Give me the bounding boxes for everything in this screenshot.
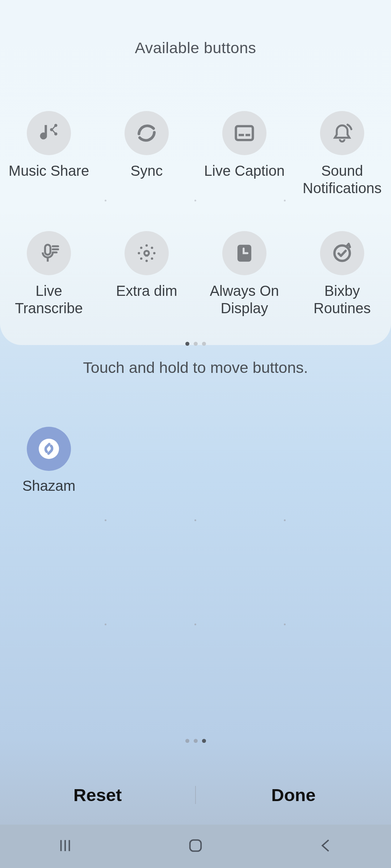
svg-rect-19: [190, 840, 201, 851]
available-pagination[interactable]: [185, 342, 206, 346]
grid-separator-dot: [284, 624, 286, 625]
hint-text: Touch and hold to move buttons.: [0, 359, 391, 376]
tile-live-transcribe[interactable]: Live Transcribe: [0, 231, 98, 317]
sync-icon: [125, 111, 169, 155]
done-button[interactable]: Done: [196, 785, 391, 805]
svg-point-15: [151, 258, 153, 260]
tile-label: Always On Display: [210, 282, 279, 317]
grid-separator-dot: [105, 624, 106, 625]
tile-label: Shazam: [22, 478, 76, 494]
tile-always-on-display[interactable]: Always On Display: [196, 231, 293, 317]
tile-label: Live Transcribe: [15, 282, 83, 317]
empty-slot[interactable]: [98, 427, 196, 494]
navigation-bar: [0, 825, 391, 868]
tile-extra-dim[interactable]: Extra dim: [98, 231, 196, 317]
grid-separator-dot: [194, 200, 196, 201]
recents-button[interactable]: [57, 837, 73, 855]
live-caption-icon: [222, 111, 266, 155]
empty-slot[interactable]: [293, 427, 391, 494]
available-buttons-grid: Music Share Sync Live Caption Sound Noti…: [0, 111, 391, 317]
svg-point-11: [153, 252, 155, 254]
grid-separator-dot: [105, 200, 106, 201]
grid-separator-dot: [284, 519, 286, 521]
extra-dim-icon: [125, 231, 169, 275]
page-dot: [202, 739, 206, 743]
sound-notifications-icon: [320, 111, 364, 155]
panel-title: Available buttons: [135, 39, 256, 57]
music-share-icon: [27, 111, 71, 155]
svg-point-14: [140, 258, 142, 260]
page-dot: [185, 739, 189, 743]
page-dot: [202, 342, 206, 346]
tile-sound-notifications[interactable]: Sound Notifications: [293, 111, 391, 197]
svg-rect-3: [236, 126, 253, 140]
tile-shazam[interactable]: Shazam: [0, 427, 98, 494]
empty-slot[interactable]: [196, 427, 293, 494]
grid-separator-dot: [105, 519, 106, 521]
tile-label: Music Share: [9, 162, 89, 179]
svg-rect-6: [45, 245, 50, 255]
svg-point-13: [151, 247, 153, 249]
page-dot: [185, 342, 189, 346]
placed-pagination[interactable]: [0, 739, 391, 743]
svg-point-18: [39, 439, 59, 459]
svg-rect-5: [245, 134, 250, 136]
svg-point-10: [138, 252, 140, 254]
svg-rect-4: [239, 134, 244, 136]
grid-separator-dot: [194, 624, 196, 625]
grid-separator-dot: [194, 519, 196, 521]
svg-point-9: [146, 260, 148, 262]
tile-label: Sound Notifications: [303, 162, 382, 197]
tile-music-share[interactable]: Music Share: [0, 111, 98, 197]
footer: Reset Done: [0, 777, 391, 813]
tile-label: Sync: [131, 162, 163, 179]
tile-sync[interactable]: Sync: [98, 111, 196, 197]
always-on-display-icon: [222, 231, 266, 275]
bixby-routines-icon: [320, 231, 364, 275]
live-transcribe-icon: [27, 231, 71, 275]
available-buttons-panel: Available buttons Music Share Sync Live …: [0, 0, 391, 345]
grid-separator-dot: [284, 200, 286, 201]
home-button[interactable]: [187, 837, 204, 855]
tile-bixby-routines[interactable]: Bixby Routines: [293, 231, 391, 317]
svg-point-12: [140, 247, 142, 249]
reset-button[interactable]: Reset: [0, 785, 195, 805]
page-dot: [194, 739, 198, 743]
tile-label: Extra dim: [116, 282, 177, 299]
tile-live-caption[interactable]: Live Caption: [196, 111, 293, 197]
shazam-icon: [27, 427, 71, 471]
page-dot: [194, 342, 198, 346]
placed-buttons-grid: Shazam: [0, 427, 391, 494]
tile-label: Live Caption: [204, 162, 285, 179]
tile-label: Bixby Routines: [314, 282, 371, 317]
back-button[interactable]: [318, 837, 334, 855]
svg-point-8: [146, 244, 148, 247]
